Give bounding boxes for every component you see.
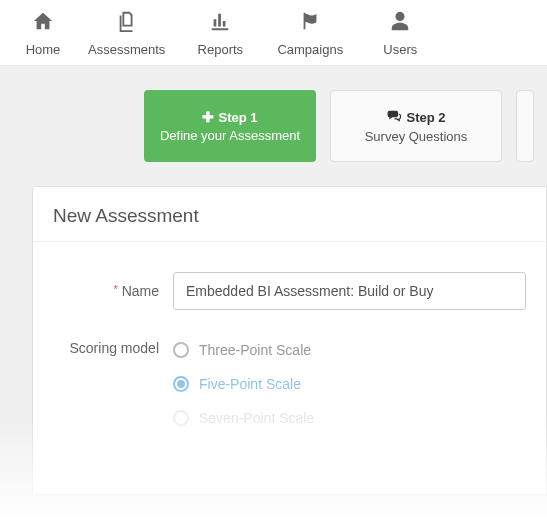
radio-icon: [173, 410, 189, 426]
form-area: * Name Scoring model Three-Point Scale F…: [33, 242, 546, 494]
nav-users-label: Users: [383, 42, 417, 57]
step-2-subtitle: Survey Questions: [365, 129, 468, 144]
radio-three-point[interactable]: Three-Point Scale: [173, 342, 314, 358]
required-indicator: *: [113, 283, 117, 295]
nav-reports-label: Reports: [198, 42, 244, 57]
name-row: * Name: [53, 272, 526, 310]
step-2-card[interactable]: Step 2 Survey Questions: [330, 90, 502, 162]
top-navigation: Home Assessments Reports Campaigns Users: [0, 0, 547, 66]
step-3-card-peek[interactable]: [516, 90, 534, 162]
comments-icon: [386, 109, 402, 126]
nav-users[interactable]: Users: [355, 10, 445, 57]
name-input[interactable]: [173, 272, 526, 310]
card-title: New Assessment: [33, 187, 546, 242]
nav-campaigns-label: Campaigns: [277, 42, 343, 57]
nav-home-label: Home: [26, 42, 61, 57]
step-2-title: Step 2: [406, 110, 445, 125]
user-icon: [388, 10, 412, 38]
bar-chart-icon: [208, 10, 232, 38]
radio-seven-point[interactable]: Seven-Point Scale: [173, 410, 314, 426]
nav-assessments[interactable]: Assessments: [78, 10, 175, 57]
scoring-label: Scoring model: [53, 338, 173, 356]
scoring-row: Scoring model Three-Point Scale Five-Poi…: [53, 338, 526, 426]
radio-five-point[interactable]: Five-Point Scale: [173, 376, 314, 392]
radio-label: Three-Point Scale: [199, 342, 311, 358]
step-1-title: Step 1: [218, 110, 257, 125]
radio-label: Seven-Point Scale: [199, 410, 314, 426]
radio-icon: [173, 376, 189, 392]
plus-icon: ✚: [202, 109, 214, 125]
nav-home[interactable]: Home: [8, 10, 78, 57]
nav-reports[interactable]: Reports: [175, 10, 265, 57]
assessment-form-card: New Assessment * Name Scoring model Thre…: [32, 186, 547, 495]
files-icon: [115, 10, 139, 38]
scoring-radio-group: Three-Point Scale Five-Point Scale Seven…: [173, 338, 314, 426]
nav-assessments-label: Assessments: [88, 42, 165, 57]
wizard-steps: ✚ Step 1 Define your Assessment Step 2 S…: [0, 66, 547, 186]
radio-icon: [173, 342, 189, 358]
step-1-card[interactable]: ✚ Step 1 Define your Assessment: [144, 90, 316, 162]
nav-campaigns[interactable]: Campaigns: [265, 10, 355, 57]
flag-icon: [298, 10, 322, 38]
home-icon: [31, 10, 55, 38]
name-label: * Name: [53, 283, 173, 299]
step-1-subtitle: Define your Assessment: [160, 128, 300, 143]
radio-label: Five-Point Scale: [199, 376, 301, 392]
